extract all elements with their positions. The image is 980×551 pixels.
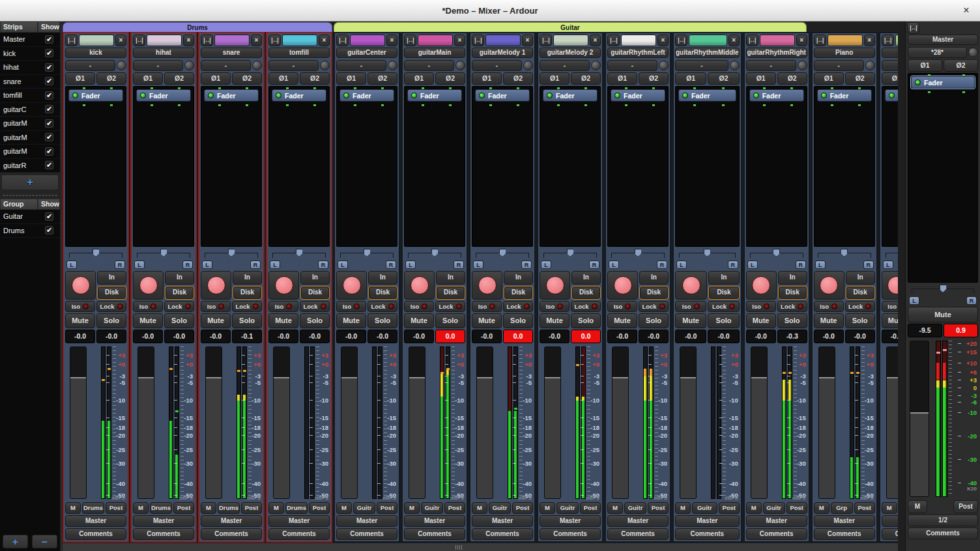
trim-knob[interactable] — [730, 61, 740, 70]
solo-lock-button[interactable]: Lock — [708, 301, 739, 312]
processor-box[interactable]: Fader — [133, 86, 194, 247]
post-button[interactable]: Post — [580, 502, 601, 514]
pan-left-button[interactable]: L — [676, 261, 687, 269]
input-button[interactable]: - — [472, 60, 522, 71]
sidebar-strip-checkbox[interactable]: ✔ — [45, 161, 53, 169]
comments-button[interactable]: Comments — [65, 528, 126, 540]
narrow-strip-icon[interactable]: |↔| — [814, 35, 826, 46]
gain-display[interactable]: -0.0 — [133, 330, 163, 343]
processor-box[interactable]: Fader — [268, 86, 330, 247]
processor-box[interactable]: Fader — [65, 86, 126, 247]
post-button[interactable]: Post — [241, 502, 262, 514]
trim-knob[interactable] — [865, 61, 875, 70]
gain-display[interactable]: -0.0 — [65, 330, 95, 343]
group-button[interactable]: Guitr — [763, 502, 785, 514]
processor-box[interactable]: Fader — [607, 86, 669, 247]
record-arm-button[interactable] — [65, 271, 96, 300]
mute-button[interactable]: Mute — [882, 313, 898, 328]
processor-box[interactable]: Fader — [540, 86, 601, 247]
solo-lock-button[interactable]: Lock — [435, 301, 465, 312]
phase2-button[interactable]: Ø2 — [300, 72, 330, 85]
monitor-input-button[interactable]: In — [778, 271, 807, 285]
metering-point-button[interactable]: M — [540, 502, 555, 514]
processor-box[interactable]: Fader — [675, 86, 740, 247]
mute-button[interactable]: Mute — [65, 313, 95, 328]
strip-color-bar[interactable] — [282, 35, 317, 46]
add-strip-button[interactable]: + — [1, 175, 59, 190]
close-strip-icon[interactable]: × — [657, 35, 669, 46]
processor-active-led-icon[interactable] — [411, 92, 417, 98]
sidebar-strip-checkbox[interactable]: ✔ — [45, 63, 53, 72]
gain-display[interactable]: -0.0 — [746, 330, 776, 343]
strip-color-bar[interactable] — [553, 35, 588, 46]
trim-knob[interactable] — [320, 61, 330, 70]
phase1-button[interactable]: Ø1 — [882, 72, 898, 85]
close-strip-icon[interactable]: × — [319, 35, 330, 46]
processor-active-led-icon[interactable] — [915, 79, 921, 85]
strip-color-bar[interactable] — [418, 35, 453, 46]
phase2-button[interactable]: Ø2 — [232, 72, 262, 85]
input-button[interactable]: - — [675, 60, 728, 71]
fader-processor[interactable]: Fader — [678, 89, 736, 102]
close-strip-icon[interactable]: × — [522, 35, 533, 46]
strip-color-bar[interactable] — [828, 35, 863, 46]
close-strip-icon[interactable]: × — [454, 35, 465, 46]
fader-processor[interactable]: Fader — [407, 89, 462, 102]
close-strip-icon[interactable]: × — [728, 35, 740, 46]
narrow-strip-icon[interactable]: |↔| — [607, 35, 620, 46]
output-button[interactable]: Master — [65, 515, 126, 527]
post-button[interactable]: Post — [786, 502, 807, 514]
pan-right-button[interactable]: R — [454, 261, 464, 269]
trim-knob[interactable] — [968, 48, 978, 57]
solo-isolate-button[interactable]: Iso — [404, 301, 434, 312]
record-arm-button[interactable] — [133, 271, 164, 300]
horizontal-scrollbar[interactable] — [63, 543, 898, 551]
sidebar-strip-row[interactable]: guitarM✔ — [0, 145, 60, 159]
solo-isolate-button[interactable]: Iso — [675, 301, 706, 312]
peak-display[interactable]: -0.0 — [845, 330, 875, 343]
phase1-button[interactable]: Ø1 — [746, 72, 776, 85]
sidebar-strip-checkbox[interactable]: ✔ — [45, 91, 53, 100]
solo-isolate-button[interactable]: Iso — [540, 301, 569, 312]
peak-display[interactable]: -0.3 — [777, 330, 807, 343]
metering-point-button[interactable]: M — [675, 502, 691, 514]
monitor-input-button[interactable]: In — [368, 271, 397, 285]
fader-processor[interactable]: Fader — [339, 89, 394, 102]
group-button[interactable]: Grp — [831, 502, 853, 514]
mute-button[interactable]: Mute — [201, 313, 231, 328]
mute-button[interactable]: Mute — [675, 313, 706, 328]
fader-processor[interactable]: Fader — [475, 89, 530, 102]
mute-button[interactable]: Mute — [336, 313, 366, 328]
sidebar-strip-checkbox[interactable]: ✔ — [45, 49, 53, 57]
master-fader-processor[interactable]: Fader — [911, 76, 975, 89]
close-strip-icon[interactable]: × — [251, 35, 262, 46]
comments-button[interactable]: Comments — [607, 528, 669, 540]
fader-handle[interactable] — [910, 412, 929, 414]
strip-name-button[interactable]: guitarRhythmLeft — [607, 48, 669, 58]
processor-active-led-icon[interactable] — [72, 92, 78, 98]
gain-display[interactable]: -0.0 — [201, 330, 231, 343]
input-button[interactable]: - — [540, 60, 590, 71]
input-button[interactable]: - — [607, 60, 657, 71]
phase2-button[interactable]: Ø2 — [96, 72, 126, 85]
strip-color-bar[interactable] — [79, 35, 114, 46]
sidebar-group-row[interactable]: Guitar✔ — [0, 210, 60, 224]
group-button[interactable]: Guitr — [489, 502, 511, 514]
master-output-route-button[interactable]: 1/2 — [908, 515, 978, 526]
narrow-strip-icon[interactable]: |↔| — [907, 22, 919, 34]
record-arm-button[interactable] — [882, 271, 898, 300]
pan-left-button[interactable]: L — [134, 261, 145, 269]
fader-handle[interactable] — [206, 377, 222, 378]
comments-button[interactable]: Comments — [540, 528, 601, 540]
output-button[interactable]: Master — [882, 515, 898, 527]
group-button[interactable]: Guitr — [421, 502, 443, 514]
output-button[interactable]: Master — [675, 515, 740, 527]
comments-button[interactable]: Comments — [404, 528, 465, 540]
post-button[interactable]: Post — [377, 502, 397, 514]
phase1-button[interactable]: Ø1 — [675, 72, 706, 85]
pan-right-button[interactable]: R — [728, 261, 738, 269]
pan-left-button[interactable]: L — [541, 261, 551, 269]
gain-display[interactable]: -0.0 — [268, 330, 298, 343]
sidebar-strip-checkbox[interactable]: ✔ — [45, 147, 53, 156]
input-button[interactable]: - — [201, 60, 251, 71]
